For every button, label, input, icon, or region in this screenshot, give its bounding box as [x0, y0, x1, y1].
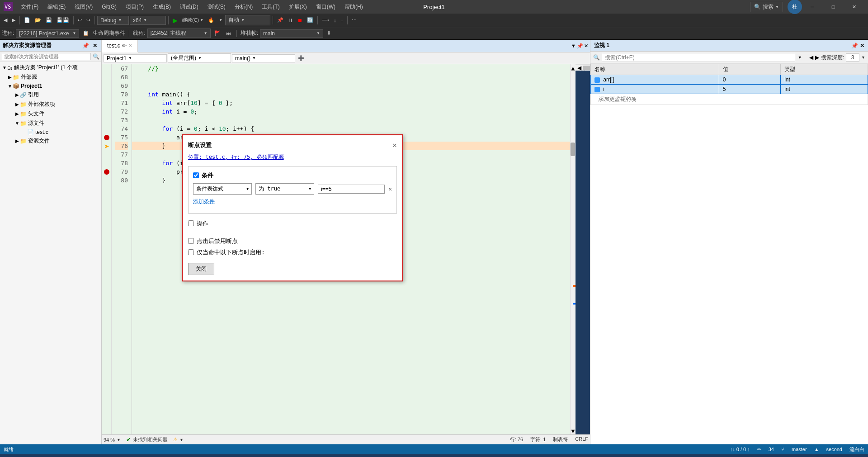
stack-dropdown[interactable]: main ▼ [260, 29, 323, 38]
external-sources-arrow[interactable]: ▶ [7, 75, 13, 80]
tab-close-btn[interactable]: ✕ [128, 43, 132, 48]
references-arrow[interactable]: ▶ [14, 92, 20, 97]
expand-editor-btn[interactable]: ➕ [296, 54, 306, 62]
watch-row-0[interactable]: arr[i] 0 int [591, 75, 868, 85]
stop-btn[interactable]: ⏹ [296, 17, 304, 24]
fire-arrow-btn[interactable]: ▼ [217, 17, 224, 23]
user-avatar[interactable]: 杜 [788, 0, 802, 14]
bp-popup-close-x[interactable]: ✕ [392, 141, 397, 149]
warnings-dropdown[interactable]: ▼ [179, 438, 184, 442]
fire-btn[interactable]: 🔥 [206, 16, 216, 24]
watch-pin-icon[interactable]: 📌 [851, 43, 858, 49]
bool-dropdown[interactable]: 为 true ▼ [255, 183, 314, 195]
thread-next-btn[interactable]: ⏭ [224, 30, 233, 37]
bp-close-button[interactable]: 关闭 [188, 263, 214, 275]
pause-btn[interactable]: ⏸ [286, 17, 295, 24]
source-files-arrow[interactable]: ▼ [14, 121, 20, 126]
thread-flags-btn[interactable]: 🚩 [212, 29, 222, 37]
step-out-btn[interactable]: ↑ [339, 17, 345, 24]
source-files-item[interactable]: ▼ 📁 源文件 [0, 119, 101, 128]
menu-edit[interactable]: 编辑(E) [43, 0, 70, 14]
minimize-button[interactable]: ─ [802, 0, 823, 14]
h-scroll-thumb[interactable] [583, 66, 590, 70]
menu-test[interactable]: 测试(S) [203, 0, 230, 14]
scroll-thumb[interactable] [571, 143, 575, 156]
menu-file[interactable]: 文件(F) [16, 0, 43, 14]
header-files-arrow[interactable]: ▶ [14, 111, 20, 116]
resource-files-arrow[interactable]: ▶ [14, 138, 20, 143]
forward-btn[interactable]: ▶ [10, 16, 17, 24]
breakpoint-75[interactable] [104, 135, 109, 140]
menu-view[interactable]: 视图(V) [70, 0, 97, 14]
tab-close-all-icon[interactable]: ✕ [584, 43, 588, 49]
new-file-btn[interactable]: 📄 [22, 16, 32, 24]
menu-build[interactable]: 生成(B) [148, 0, 175, 14]
maximize-button[interactable]: □ [823, 0, 844, 14]
test-c-item[interactable]: ▶ 📄 test.c [0, 128, 101, 136]
watch-row-1[interactable]: i 5 int [591, 85, 868, 94]
only-when-checkbox[interactable] [188, 249, 194, 255]
project-scope-dropdown[interactable]: Project1 ▼ [104, 54, 167, 62]
expr-clear-icon[interactable]: ✕ [388, 185, 392, 193]
menu-tools[interactable]: 工具(T) [257, 0, 284, 14]
tab-pin-icon[interactable]: 📌 [577, 43, 583, 49]
pin-icon[interactable]: 📌 [81, 43, 90, 49]
add-condition-link[interactable]: 添加条件 [193, 197, 215, 206]
debug-mode-dropdown[interactable]: Debug ▼ [97, 16, 129, 25]
open-btn[interactable]: 📂 [33, 16, 43, 24]
auto-dropdown[interactable]: 自动 ▼ [225, 15, 270, 25]
expr-type-dropdown[interactable]: 条件表达式 ▼ [193, 183, 252, 195]
disable-checkbox[interactable] [188, 238, 194, 244]
menu-analyze[interactable]: 分析(N) [230, 0, 258, 14]
back-btn[interactable]: ◀ [2, 16, 9, 24]
watch-search-dropdown[interactable]: ▼ [798, 55, 802, 60]
project1-item[interactable]: ▼ 📦 Project1 [0, 82, 101, 90]
scroll-down-btn[interactable]: ▼ [571, 427, 576, 434]
step-over-btn[interactable]: ⟶ [320, 16, 331, 24]
menu-extensions[interactable]: 扩展(X) [284, 0, 311, 14]
scroll-left-btn[interactable]: ◀ [576, 65, 583, 71]
global-scope-dropdown[interactable]: (全局范围) ▼ [168, 53, 231, 63]
step-into-btn[interactable]: ↓ [332, 17, 338, 24]
bp-popup-location[interactable]: 位置: test.c, 行: 75, 必须匹配源 [188, 153, 397, 162]
save-all-btn[interactable]: 💾💾 [55, 16, 71, 24]
menu-debug[interactable]: 调试(D) [175, 0, 203, 14]
undo-btn[interactable]: ↩ [76, 16, 84, 24]
solution-root-item[interactable]: ▼ 🗂 解决方案 'Project1' (1 个项 [0, 63, 101, 72]
expr-input[interactable] [318, 185, 385, 194]
stack-expand-btn[interactable]: ⬇ [325, 29, 333, 37]
platform-dropdown[interactable]: x64 ▼ [130, 16, 166, 25]
external-deps-item[interactable]: ▶ 📁 外部依赖项 [0, 100, 101, 109]
project1-arrow[interactable]: ▼ [7, 84, 13, 89]
tab-test-c[interactable]: test.c ✏ ✕ [102, 40, 138, 52]
menu-help[interactable]: 帮助(H) [340, 0, 368, 14]
code-content[interactable]: //} int main() { int arr[10] = { 0 }; in… [132, 64, 576, 434]
breakpoints-btn[interactable]: 📌 [275, 16, 285, 24]
continue-btn[interactable]: ▶ [171, 16, 179, 25]
lifecycle-events-btn[interactable]: 📋 [81, 29, 91, 37]
menu-git[interactable]: Git(G) [97, 0, 121, 14]
external-sources-item[interactable]: ▶ 📁 外部源 [0, 72, 101, 82]
tab-dropdown-icon[interactable]: ▼ [571, 43, 576, 49]
more-debug-btn[interactable]: ⋯ [350, 16, 359, 24]
solution-search-input[interactable] [2, 53, 91, 60]
header-files-item[interactable]: ▶ 📁 头文件 [0, 109, 101, 119]
references-item[interactable]: ▶ 🔗 引用 [0, 90, 101, 100]
condition-checkbox[interactable] [193, 172, 199, 178]
resource-files-item[interactable]: ▶ 📁 资源文件 [0, 136, 101, 146]
editor-scrollbar[interactable]: ▲ ▼ [570, 64, 576, 434]
zoom-dropdown-icon[interactable]: ▼ [117, 438, 121, 442]
save-btn[interactable]: 💾 [44, 16, 54, 24]
breakpoint-79[interactable] [104, 169, 109, 175]
scroll-up-btn[interactable]: ▲ [571, 64, 576, 71]
function-dropdown[interactable]: main() ▼ [232, 54, 295, 62]
watch-search-input[interactable] [602, 53, 795, 62]
thread-dropdown[interactable]: [23452] 主线程 ▼ [147, 29, 211, 38]
close-button[interactable]: ✕ [844, 0, 864, 14]
watch-depth-dropdown[interactable]: ▼ [861, 55, 865, 60]
solution-expand-arrow[interactable]: ▼ [2, 65, 7, 70]
watch-close-icon[interactable]: ✕ [860, 43, 864, 49]
close-sidebar-icon[interactable]: ✕ [91, 43, 99, 49]
watch-add-row[interactable]: 添加更监视的项 [591, 94, 868, 105]
redo-btn[interactable]: ↪ [85, 16, 92, 24]
